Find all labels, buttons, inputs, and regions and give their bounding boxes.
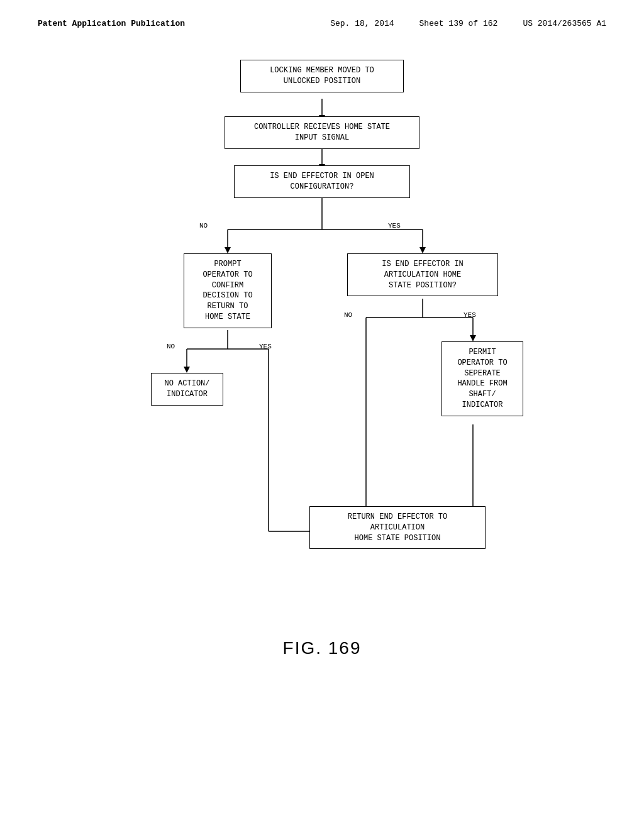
controller-text: CONTROLLER RECIEVES HOME STATEINPUT SIGN…	[254, 123, 390, 142]
svg-marker-26	[470, 335, 476, 341]
prompt-box: PROMPTOPERATOR TOCONFIRMDECISION TORETUR…	[184, 253, 272, 328]
svg-marker-10	[419, 247, 426, 253]
header-date: Sep. 18, 2014	[330, 19, 394, 28]
no1-label: NO	[199, 222, 208, 230]
publication-label: Patent Application Publication	[38, 19, 185, 28]
no-action-text: NO ACTION/INDICATOR	[164, 379, 209, 399]
permit-box: PERMITOPERATOR TOSEPERATEHANDLE FROMSHAF…	[441, 341, 523, 416]
no-action-box: NO ACTION/INDICATOR	[151, 373, 223, 406]
figure-caption: FIG. 169	[38, 638, 606, 658]
is-end-open-box: IS END EFFECTOR IN OPENCONFIGURATION?	[234, 165, 410, 198]
svg-marker-15	[184, 367, 190, 373]
no3-label: NO	[344, 311, 352, 319]
yes2-label: YES	[259, 343, 272, 350]
prompt-text: PROMPTOPERATOR TOCONFIRMDECISION TORETUR…	[203, 260, 252, 321]
locking-text: LOCKING MEMBER MOVED TOUNLOCKED POSITION	[270, 66, 374, 86]
header-publication: Patent Application Publication	[38, 19, 185, 28]
header-right: Sep. 18, 2014 Sheet 139 of 162 US 2014/2…	[330, 19, 606, 28]
header-sheet: Sheet 139 of 162	[419, 19, 498, 28]
svg-marker-7	[225, 247, 231, 253]
yes3-label: YES	[464, 311, 476, 319]
header: Patent Application Publication Sep. 18, …	[38, 19, 606, 28]
is-articulation-text: IS END EFFECTOR INARTICULATION HOMESTATE…	[382, 260, 464, 290]
return-end-text: RETURN END EFFECTOR TOARTICULATIONHOME S…	[348, 512, 447, 543]
is-end-open-text: IS END EFFECTOR IN OPENCONFIGURATION?	[270, 172, 374, 191]
figure-label: FIG. 169	[283, 638, 362, 658]
locking-box: LOCKING MEMBER MOVED TOUNLOCKED POSITION	[240, 60, 404, 92]
yes1-label: YES	[388, 222, 401, 230]
flowchart: LOCKING MEMBER MOVED TOUNLOCKED POSITION…	[102, 53, 542, 619]
no2-label: NO	[167, 343, 175, 350]
page: Patent Application Publication Sep. 18, …	[0, 0, 644, 830]
is-articulation-box: IS END EFFECTOR INARTICULATION HOMESTATE…	[347, 253, 498, 296]
controller-box: CONTROLLER RECIEVES HOME STATEINPUT SIGN…	[225, 116, 419, 149]
permit-text: PERMITOPERATOR TOSEPERATEHANDLE FROMSHAF…	[457, 348, 507, 409]
header-patent: US 2014/263565 A1	[523, 19, 606, 28]
return-end-box: RETURN END EFFECTOR TOARTICULATIONHOME S…	[309, 506, 486, 549]
